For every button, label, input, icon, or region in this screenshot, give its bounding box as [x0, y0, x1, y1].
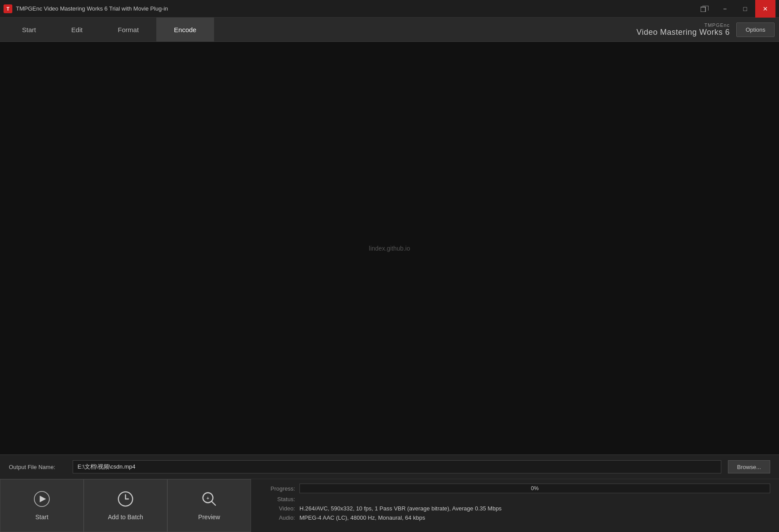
audio-label: Audio: — [260, 514, 295, 521]
audio-value: MPEG-4 AAC (LC), 48000 Hz, Monaural, 64 … — [299, 514, 770, 521]
start-icon — [33, 491, 50, 510]
info-panel: Progress: 0% Status: Video: H.264/AVC, 5… — [251, 479, 779, 532]
title-bar: T TMPGEnc Video Mastering Works 6 Trial … — [0, 0, 779, 18]
preview-icon: + — [201, 491, 218, 510]
svg-text:+: + — [207, 496, 209, 501]
brand-bottom: Video Mastering Works 6 — [636, 28, 730, 37]
window-controls: − □ ✕ — [698, 0, 775, 18]
add-to-batch-button[interactable]: Add to Batch — [84, 479, 167, 532]
audio-info-row: Audio: MPEG-4 AAC (LC), 48000 Hz, Monaur… — [260, 514, 770, 521]
start-label: Start — [35, 514, 48, 521]
video-value: H.264/AVC, 590x332, 10 fps, 1 Pass VBR (… — [299, 505, 770, 512]
tab-edit[interactable]: Edit — [54, 18, 100, 41]
status-row: Status: — [260, 496, 770, 502]
window-title: TMPGEnc Video Mastering Works 6 Trial wi… — [16, 5, 168, 12]
tab-encode[interactable]: Encode — [156, 18, 214, 41]
progress-text: 0% — [531, 485, 539, 491]
video-label: Video: — [260, 505, 295, 512]
restore-icon — [701, 6, 709, 12]
minimize-button[interactable]: − — [715, 0, 735, 18]
output-path-input[interactable] — [73, 460, 721, 473]
magnify-icon: + — [201, 491, 218, 507]
brand-top: TMPGEnc — [636, 22, 730, 28]
brand-text: TMPGEnc Video Mastering Works 6 — [636, 22, 730, 37]
tab-start[interactable]: Start — [4, 18, 54, 41]
action-info-row: Start Add to Batch — [0, 479, 779, 532]
progress-row: Progress: 0% — [260, 484, 770, 493]
app-icon: T — [4, 4, 12, 13]
browse-button[interactable]: Browse... — [728, 460, 770, 473]
menu-bar: Start Edit Format Encode TMPGEnc Video M… — [0, 18, 779, 42]
svg-rect-0 — [701, 7, 705, 12]
preview-area: lindex.github.io — [0, 42, 779, 454]
maximize-button[interactable]: □ — [735, 0, 755, 18]
options-button[interactable]: Options — [736, 22, 775, 37]
arrow-right-icon — [33, 491, 50, 507]
preview-label: Preview — [198, 514, 220, 521]
video-info-row: Video: H.264/AVC, 590x332, 10 fps, 1 Pas… — [260, 505, 770, 512]
preview-button[interactable]: + Preview — [167, 479, 251, 532]
close-button[interactable]: ✕ — [755, 0, 775, 18]
brand-area: TMPGEnc Video Mastering Works 6 Options — [636, 22, 775, 37]
output-file-row: Output File Name: Browse... — [0, 455, 779, 479]
watermark: lindex.github.io — [369, 245, 410, 252]
status-label: Status: — [260, 496, 295, 502]
add-to-batch-label: Add to Batch — [108, 514, 143, 521]
title-bar-left: T TMPGEnc Video Mastering Works 6 Trial … — [4, 4, 168, 13]
add-to-batch-icon — [117, 491, 134, 510]
progress-label: Progress: — [260, 485, 295, 492]
progress-bar: 0% — [299, 484, 770, 493]
menu-tabs: Start Edit Format Encode — [4, 18, 214, 41]
output-file-label: Output File Name: — [9, 464, 66, 470]
progress-container: 0% — [299, 484, 770, 493]
action-buttons: Start Add to Batch — [0, 479, 251, 532]
start-button[interactable]: Start — [0, 479, 84, 532]
clock-icon — [117, 491, 134, 507]
tab-format[interactable]: Format — [100, 18, 157, 41]
bottom-panel: Output File Name: Browse... Start — [0, 454, 779, 532]
svg-marker-2 — [40, 495, 46, 502]
svg-line-7 — [212, 502, 216, 506]
